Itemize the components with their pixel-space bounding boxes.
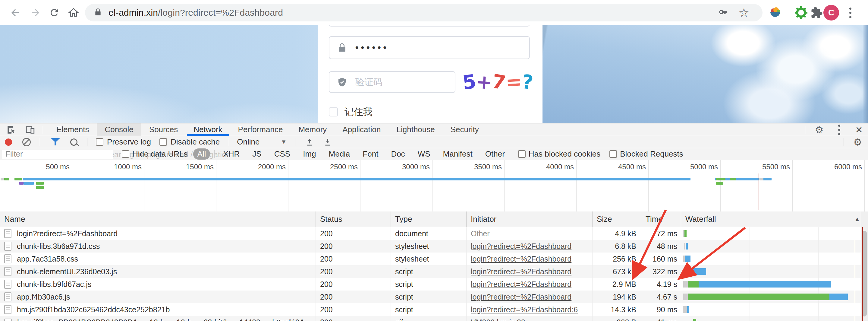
tab-security[interactable]: Security <box>443 123 487 136</box>
request-name-cell[interactable]: chunk-libs.b9fd67ac.js <box>0 278 316 291</box>
request-name-cell[interactable]: chunk-elementUI.236d0e03.js <box>0 265 316 278</box>
remember-checkbox[interactable] <box>329 108 338 116</box>
filter-pill-css[interactable]: CSS <box>270 148 294 159</box>
sort-ascending-icon[interactable]: ▲ <box>854 216 860 223</box>
initiator-link[interactable]: login?redirect=%2Fdashboard <box>471 242 571 251</box>
file-icon <box>4 292 11 301</box>
request-name-cell[interactable]: hm.gif?hca=BB304BC9BB943B9BA…=10-b…=10-b… <box>0 316 316 321</box>
tab-elements[interactable]: Elements <box>49 123 97 136</box>
url-path: /login?redirect=%2Fdashboard <box>158 7 283 18</box>
size-cell: 4.9 kB <box>592 227 641 240</box>
hide-data-urls-checkbox[interactable]: Hide data URLs <box>122 149 188 159</box>
network-toolbar: Preserve log Disable cache Online ▼ ⚙ <box>0 136 868 148</box>
network-request-row[interactable]: hm.js?90f1bda302c625462ddc43ce252b821b20… <box>0 303 868 316</box>
forward-icon[interactable] <box>29 6 42 19</box>
extensions-puzzle-icon[interactable] <box>809 5 824 20</box>
filter-pill-img[interactable]: Img <box>299 148 320 159</box>
remember-me[interactable]: 记住我 <box>329 106 373 118</box>
waterfall-bar-gray <box>683 294 688 300</box>
timeline-bar-purple <box>19 182 24 185</box>
bookmark-star-icon[interactable]: ☆ <box>738 7 749 19</box>
captcha-input[interactable]: 验证码 <box>329 71 456 93</box>
throttling-select[interactable]: Online ▼ <box>237 137 287 147</box>
initiator-link[interactable]: login?redirect=%2Fdashboard <box>471 293 571 301</box>
network-request-row[interactable]: app.7ac31a58.css200stylesheetlogin?redir… <box>0 253 868 265</box>
network-request-row[interactable]: chunk-libs.3b6a971d.css200stylesheetlogi… <box>0 240 868 253</box>
network-overview-timeline[interactable]: 500 ms1000 ms1500 ms2000 ms2500 ms3000 m… <box>0 160 868 212</box>
filter-input[interactable] <box>2 150 113 159</box>
column-header-time[interactable]: Time <box>641 211 681 227</box>
column-header-waterfall[interactable]: Waterfall▲ <box>681 211 868 227</box>
tab-application[interactable]: Application <box>335 123 389 136</box>
filter-pill-all[interactable]: All <box>193 148 210 159</box>
initiator-link[interactable]: login?redirect=%2Fdashboard <box>471 280 571 289</box>
filter-pill-font[interactable]: Font <box>358 148 382 159</box>
password-input[interactable]: •••••• <box>329 36 530 59</box>
request-name-cell[interactable]: app.7ac31a58.css <box>0 253 316 265</box>
tab-console[interactable]: Console <box>97 123 141 136</box>
request-name-cell[interactable]: hm.js?90f1bda302c625462ddc43ce252b821b <box>0 303 316 316</box>
initiator-link[interactable]: login?redirect=%2Fdashboard <box>471 267 571 276</box>
username-input-clipped[interactable] <box>329 25 530 27</box>
column-header-name[interactable]: Name <box>0 211 316 227</box>
table-scrollbar[interactable] <box>861 211 868 321</box>
network-settings-icon[interactable]: ⚙ <box>852 136 864 148</box>
device-toolbar-icon[interactable] <box>24 124 36 136</box>
clear-network-log-icon[interactable] <box>22 138 31 146</box>
network-request-row[interactable]: chunk-elementUI.236d0e03.js200scriptlogi… <box>0 265 868 278</box>
request-name-cell[interactable]: chunk-libs.3b6a971d.css <box>0 240 316 253</box>
filter-pill-doc[interactable]: Doc <box>387 148 409 159</box>
column-header-initiator[interactable]: Initiator <box>467 211 592 227</box>
filter-pill-js[interactable]: JS <box>248 148 266 159</box>
key-icon[interactable] <box>718 7 728 19</box>
network-request-row[interactable]: login?redirect=%2Fdashboard200documentOt… <box>0 227 868 240</box>
filter-pill-other[interactable]: Other <box>481 148 509 159</box>
blocked-requests-checkbox[interactable]: Blocked Requests <box>610 149 683 159</box>
captcha-image[interactable]: 5+7=? <box>460 68 535 96</box>
devtools-menu-icon[interactable] <box>833 124 845 136</box>
filter-pill-xhr[interactable]: XHR <box>219 148 244 159</box>
extension-gear-icon[interactable] <box>794 5 808 20</box>
browser-menu-icon[interactable] <box>846 5 855 20</box>
export-har-icon[interactable] <box>324 138 332 146</box>
network-request-row[interactable]: chunk-libs.b9fd67ac.js200scriptlogin?red… <box>0 278 868 291</box>
profile-avatar[interactable]: C <box>824 5 839 21</box>
column-header-status[interactable]: Status <box>316 211 391 227</box>
tab-sources[interactable]: Sources <box>141 123 186 136</box>
network-request-row[interactable]: app.f4b30ac6.js200scriptlogin?redirect=%… <box>0 291 868 303</box>
initiator-link[interactable]: login?redirect=%2Fdashboard:6 <box>471 305 578 314</box>
request-name-cell[interactable]: login?redirect=%2Fdashboard <box>0 227 316 240</box>
extension-bowl-icon[interactable] <box>768 5 782 20</box>
reload-icon[interactable] <box>48 6 61 19</box>
home-icon[interactable] <box>67 6 80 19</box>
file-icon <box>4 242 11 251</box>
search-icon[interactable] <box>70 139 78 146</box>
inspect-element-icon[interactable] <box>5 124 18 136</box>
filter-pill-manifest[interactable]: Manifest <box>439 148 477 159</box>
browser-toolbar: el-admin.xin/login?redirect=%2Fdashboard… <box>0 0 868 25</box>
record-network-log-icon[interactable] <box>5 139 12 146</box>
column-header-type[interactable]: Type <box>391 211 467 227</box>
tls-lock-icon[interactable] <box>94 7 102 18</box>
import-har-icon[interactable] <box>306 138 313 146</box>
has-blocked-cookies-checkbox[interactable]: Has blocked cookies <box>518 149 600 159</box>
disable-cache-checkbox[interactable]: Disable cache <box>159 137 220 147</box>
request-name-cell[interactable]: app.f4b30ac6.js <box>0 291 316 303</box>
devtools-close-icon[interactable]: ✕ <box>853 124 865 136</box>
tab-memory[interactable]: Memory <box>290 123 335 136</box>
tab-network[interactable]: Network <box>186 123 230 136</box>
filter-pill-media[interactable]: Media <box>324 148 354 159</box>
back-icon[interactable] <box>8 6 22 19</box>
initiator-link[interactable]: VM302 hm.js:30 <box>471 318 525 321</box>
filter-pill-ws[interactable]: WS <box>413 148 435 159</box>
filter-icon[interactable] <box>51 138 60 146</box>
tab-lighthouse[interactable]: Lighthouse <box>389 123 443 136</box>
lock-icon <box>337 42 347 53</box>
preserve-log-checkbox[interactable]: Preserve log <box>96 137 151 147</box>
devtools-settings-icon[interactable]: ⚙ <box>813 124 825 136</box>
tab-performance[interactable]: Performance <box>230 123 291 136</box>
network-request-row[interactable]: hm.gif?hca=BB304BC9BB943B9BA…=10-b…=10-b… <box>0 316 868 321</box>
initiator-link[interactable]: login?redirect=%2Fdashboard <box>471 255 571 263</box>
address-bar[interactable]: el-admin.xin/login?redirect=%2Fdashboard… <box>85 4 763 22</box>
column-header-size[interactable]: Size <box>592 211 641 227</box>
